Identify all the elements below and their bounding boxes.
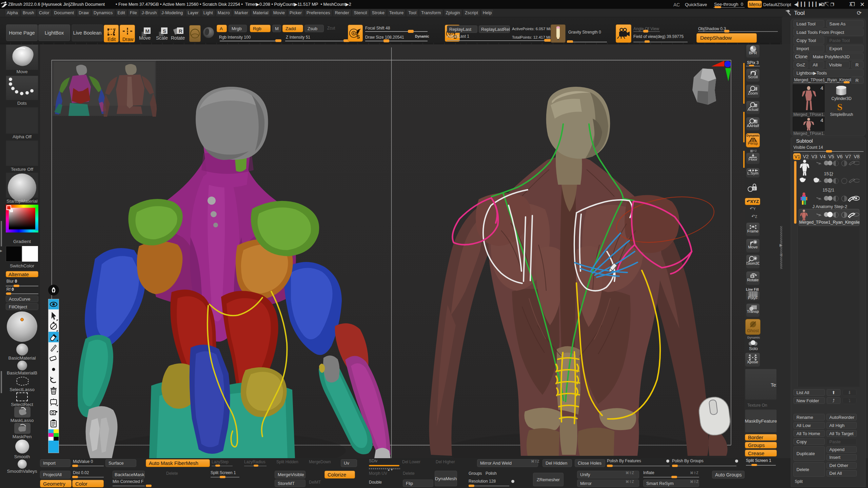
svg-text:5: 5 <box>753 187 755 190</box>
svg-text:Edit: Edit <box>107 37 116 42</box>
svg-text:Merged_TPose1_Ryan_Kingslie: Merged_TPose1_Ryan_Kingslie <box>799 220 860 225</box>
svg-text:M: M <box>145 28 150 34</box>
svg-text:S: S <box>357 34 360 40</box>
svg-text:Scale: Scale <box>156 35 168 41</box>
svg-text:x1: x1 <box>754 104 757 107</box>
svg-text:J Anatomy Step-2: J Anatomy Step-2 <box>812 204 847 209</box>
svg-text:15강1: 15강1 <box>823 187 834 192</box>
svg-text:15강: 15강 <box>824 171 833 176</box>
svg-text:R: R <box>179 28 182 34</box>
svg-text:S: S <box>163 28 166 34</box>
svg-text:Rotate: Rotate <box>171 35 185 41</box>
svg-text:Move: Move <box>139 35 151 41</box>
svg-text:Draw: Draw <box>122 37 134 42</box>
svg-text:S: S <box>837 102 843 112</box>
